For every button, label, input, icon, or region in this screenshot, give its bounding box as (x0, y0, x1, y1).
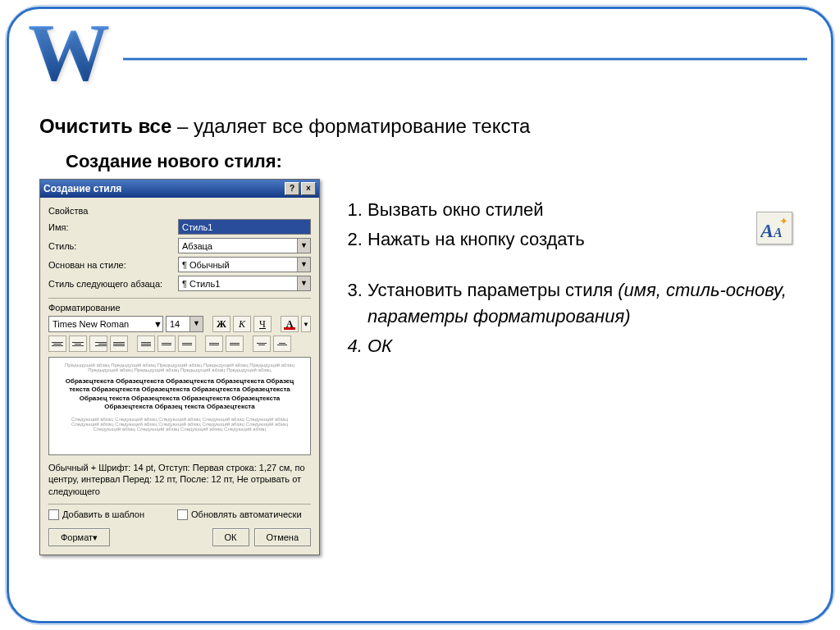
subheading: Создание нового стиля: (66, 151, 801, 172)
help-button[interactable]: ? (285, 182, 299, 195)
close-button[interactable]: × (301, 182, 316, 195)
new-style-icon[interactable]: ✦ AA (756, 212, 792, 244)
create-style-dialog: Создание стиля ? × Свойства Имя: Стиль1 … (39, 179, 320, 555)
chevron-down-icon: ▼ (153, 319, 162, 329)
align-left-button[interactable] (48, 336, 66, 352)
underline-button[interactable]: Ч (253, 316, 272, 332)
linespacing-2-button[interactable] (178, 336, 196, 352)
dialog-title: Создание стиля (43, 183, 121, 194)
chevron-down-icon: ▼ (189, 317, 203, 331)
label-style: Стиль: (48, 241, 171, 251)
group-formatting: Форматирование (48, 303, 311, 313)
align-justify-button[interactable] (110, 336, 128, 352)
italic-button[interactable]: К (233, 316, 251, 332)
font-color-button[interactable]: A (281, 316, 299, 332)
preview-box: Предыдущий абзац Предыдущий абзац Предыд… (48, 357, 311, 455)
align-center-button[interactable] (69, 336, 87, 352)
chevron-down-icon: ▼ (297, 258, 310, 272)
format-button[interactable]: Формат ▾ (48, 528, 110, 546)
chevron-down-icon[interactable]: ▼ (301, 316, 311, 332)
add-to-template-check[interactable]: Добавить в шаблон (48, 509, 144, 521)
name-field[interactable]: Стиль1 (178, 219, 311, 235)
step-1: Вызвать окно стилей (368, 197, 801, 223)
word-logo: W (28, 20, 110, 85)
indent-dec-button[interactable] (253, 336, 271, 352)
font-size-combo[interactable]: 14▼ (166, 316, 203, 332)
dialog-titlebar: Создание стиля ? × (40, 180, 319, 198)
step-4: ОК (368, 333, 801, 359)
heading: Очистить все – удаляет все форматировани… (39, 115, 801, 138)
space-before-inc-button[interactable] (205, 336, 223, 352)
auto-update-check[interactable]: Обновлять автоматически (177, 509, 302, 521)
bold-button[interactable]: Ж (212, 316, 231, 332)
style-summary: Обычный + Шрифт: 14 pt, Отступ: Первая с… (48, 462, 311, 497)
label-nextpara: Стиль следующего абзаца: (48, 279, 171, 289)
content: Очистить все – удаляет все форматировани… (39, 115, 801, 597)
font-name-combo[interactable]: Times New Roman▼ (48, 316, 163, 332)
chevron-down-icon: ▼ (297, 239, 310, 253)
step-3: Установить параметры стиля (имя, стиль-о… (368, 277, 801, 330)
label-name: Имя: (48, 222, 171, 232)
preview-sample: Образецтекста Образецтекста Образецтекст… (61, 377, 299, 412)
label-basedon: Основан на стиле: (48, 260, 171, 270)
steps-list: Вызвать окно стилей Нажать на кнопку соз… (345, 197, 801, 362)
step-2: Нажать на кнопку создать (368, 226, 801, 253)
style-combo[interactable]: Абзаца▼ (178, 238, 311, 253)
ok-button[interactable]: ОК (212, 528, 249, 546)
chevron-down-icon: ▼ (297, 276, 310, 290)
basedon-combo[interactable]: ¶ Обычный▼ (178, 257, 311, 272)
space-before-dec-button[interactable] (226, 336, 244, 352)
letters-aa-icon: AA (760, 220, 783, 242)
heading-bold: Очистить все (39, 115, 171, 137)
nextpara-combo[interactable]: ¶ Стиль1▼ (178, 276, 311, 291)
indent-inc-button[interactable] (273, 336, 291, 352)
heading-rest: – удаляет все форматирование текста (171, 115, 530, 137)
group-properties: Свойства (48, 206, 311, 216)
linespacing-15-button[interactable] (158, 336, 176, 352)
linespacing-1-button[interactable] (137, 336, 155, 352)
cancel-button[interactable]: Отмена (254, 528, 311, 546)
align-right-button[interactable] (89, 336, 107, 352)
header-rule (123, 57, 807, 61)
